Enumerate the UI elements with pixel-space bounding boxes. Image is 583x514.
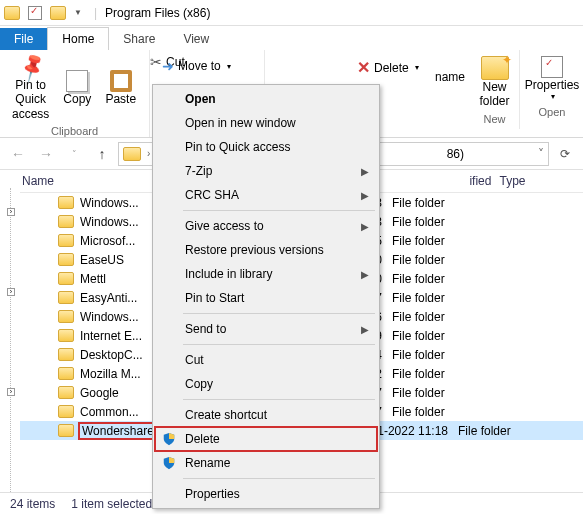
menu-item-include-in-library[interactable]: Include in library▶ [155, 262, 377, 286]
properties-icon [541, 56, 563, 78]
menu-item-send-to[interactable]: Send to▶ [155, 317, 377, 341]
folder-icon [58, 348, 74, 361]
properties-button[interactable]: Properties ▾ [528, 52, 576, 106]
menu-separator [183, 478, 375, 479]
file-type: File folder [392, 272, 492, 286]
file-type: File folder [392, 386, 492, 400]
tab-share[interactable]: Share [109, 28, 169, 50]
tree-guide: › › › [10, 188, 11, 496]
breadcrumb-tail[interactable]: 86) [445, 147, 466, 161]
file-type: File folder [392, 234, 492, 248]
menu-item-label: Open in new window [185, 116, 296, 130]
tab-view[interactable]: View [169, 28, 223, 50]
ribbon-tabs: File Home Share View [0, 26, 583, 50]
menu-item-create-shortcut[interactable]: Create shortcut [155, 403, 377, 427]
qat-newfolder-icon[interactable] [50, 6, 66, 20]
folder-icon [58, 272, 74, 285]
menu-separator [183, 313, 375, 314]
pin-label: Pin to Quick access [12, 78, 49, 121]
chevron-down-icon: ▾ [415, 63, 419, 72]
menu-separator [183, 344, 375, 345]
menu-item-7-zip[interactable]: 7-Zip▶ [155, 159, 377, 183]
menu-item-pin-to-quick-access[interactable]: Pin to Quick access [155, 135, 377, 159]
submenu-arrow-icon: ▶ [361, 221, 369, 232]
pin-quick-access-button[interactable]: 📌 Pin to Quick access [6, 52, 55, 125]
copy-button[interactable]: Copy [57, 52, 97, 125]
new-folder-button[interactable]: New folder [476, 52, 513, 113]
copy-label: Copy [63, 92, 91, 106]
submenu-arrow-icon: ▶ [361, 166, 369, 177]
menu-item-label: Properties [185, 487, 240, 501]
menu-item-cut[interactable]: Cut [155, 348, 377, 372]
properties-label: Properties [525, 78, 580, 92]
menu-item-label: CRC SHA [185, 188, 239, 202]
menu-item-rename[interactable]: Rename [155, 451, 377, 475]
address-dropdown-icon[interactable]: ˅ [538, 147, 544, 161]
tab-file[interactable]: File [0, 28, 47, 50]
menu-item-properties[interactable]: Properties [155, 482, 377, 506]
tab-home[interactable]: Home [47, 27, 109, 50]
folder-icon [58, 310, 74, 323]
tree-expand-icon[interactable]: › [7, 208, 15, 216]
shield-icon [161, 431, 177, 447]
tree-expand-icon[interactable]: › [7, 288, 15, 296]
menu-item-restore-previous-versions[interactable]: Restore previous versions [155, 238, 377, 262]
submenu-arrow-icon: ▶ [361, 269, 369, 280]
menu-item-crc-sha[interactable]: CRC SHA▶ [155, 183, 377, 207]
move-to-button[interactable]: ➜ Move to ▾ [156, 56, 258, 76]
rename-button[interactable]: name [436, 52, 464, 88]
menu-item-copy[interactable]: Copy [155, 372, 377, 396]
shield-icon [161, 455, 177, 471]
chevron-down-icon: ▾ [227, 62, 231, 71]
chevron-down-icon: ▾ [551, 92, 555, 102]
nav-back-button[interactable]: ← [6, 142, 30, 166]
new-group-label: New [476, 113, 513, 127]
menu-item-label: Delete [185, 432, 220, 446]
file-type: File folder [392, 405, 492, 419]
folder-icon [58, 234, 74, 247]
menu-item-label: Give access to [185, 219, 264, 233]
menu-separator [183, 210, 375, 211]
open-group-label: Open [528, 106, 576, 120]
nav-recent-button[interactable]: ˅ [62, 142, 86, 166]
file-type: File folder [392, 348, 492, 362]
paste-icon [110, 70, 132, 92]
folder-icon [58, 386, 74, 399]
file-type: File folder [392, 253, 492, 267]
folder-icon [58, 196, 74, 209]
status-item-count: 24 items [10, 497, 55, 511]
folder-icon [58, 329, 74, 342]
menu-item-label: Cut [185, 353, 204, 367]
move-icon: ➜ [162, 58, 174, 74]
window-title: Program Files (x86) [105, 6, 210, 20]
submenu-arrow-icon: ▶ [361, 190, 369, 201]
col-type[interactable]: Type [499, 174, 583, 188]
folder-icon [58, 405, 74, 418]
folder-icon [58, 215, 74, 228]
menu-item-give-access-to[interactable]: Give access to▶ [155, 214, 377, 238]
menu-item-label: Create shortcut [185, 408, 267, 422]
copy-icon [66, 70, 88, 92]
rename-label: name [435, 70, 465, 84]
folder-icon [58, 253, 74, 266]
tree-expand-icon[interactable]: › [7, 388, 15, 396]
file-type: File folder [392, 215, 492, 229]
menu-item-open-in-new-window[interactable]: Open in new window [155, 111, 377, 135]
qat-properties-icon[interactable] [28, 6, 42, 20]
ribbon-delete-button[interactable]: ✕ Delete ▾ [351, 56, 424, 79]
qat-dropdown-icon[interactable]: ▼ [74, 8, 82, 17]
menu-item-pin-to-start[interactable]: Pin to Start [155, 286, 377, 310]
folder-icon [58, 367, 74, 380]
newfolder-label: New folder [479, 80, 509, 109]
address-folder-icon [123, 147, 141, 161]
paste-button[interactable]: Paste [99, 52, 142, 125]
file-type: File folder [458, 424, 558, 438]
nav-up-button[interactable]: ↑ [90, 142, 114, 166]
menu-item-label: Pin to Quick access [185, 140, 290, 154]
menu-item-label: Include in library [185, 267, 272, 281]
refresh-button[interactable]: ⟳ [553, 147, 577, 161]
file-type: File folder [392, 196, 492, 210]
menu-item-delete[interactable]: Delete [155, 427, 377, 451]
file-type: File folder [392, 329, 492, 343]
menu-item-open[interactable]: Open [155, 87, 377, 111]
